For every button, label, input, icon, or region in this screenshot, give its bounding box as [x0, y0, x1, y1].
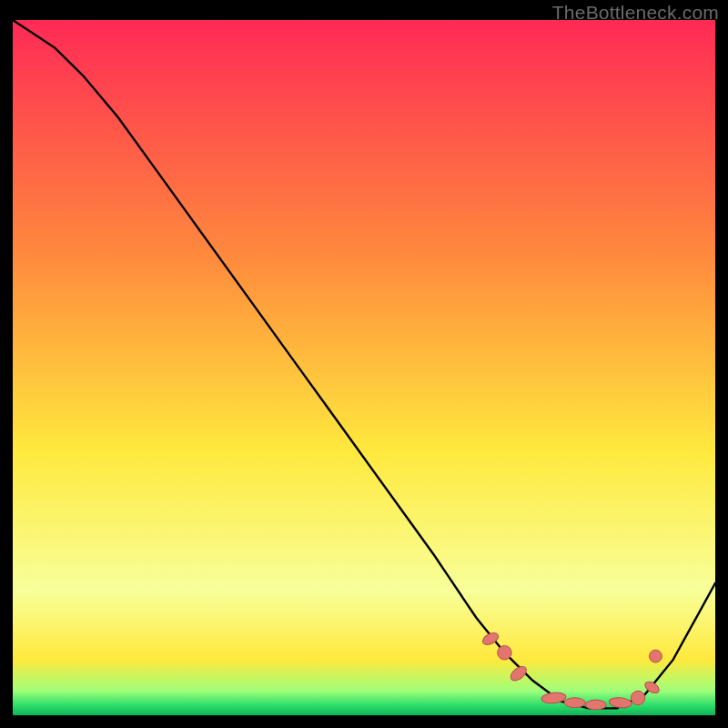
- bottleneck-chart: [13, 20, 715, 715]
- curve-marker: [498, 646, 511, 660]
- plot-area: [13, 20, 715, 715]
- curve-marker: [564, 698, 585, 708]
- curve-marker: [650, 650, 662, 662]
- curve-marker: [585, 700, 606, 710]
- curve-marker: [631, 691, 644, 704]
- gradient-background: [13, 20, 715, 715]
- watermark-text: TheBottleneck.com: [552, 2, 719, 24]
